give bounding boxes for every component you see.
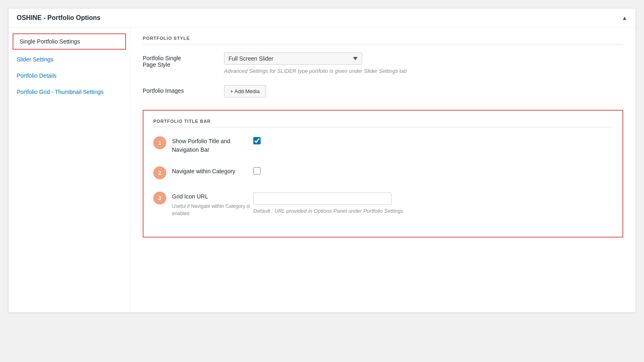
title-bar-item-3: 3 Grid Icon URL Useful if Navigate withi… xyxy=(153,191,613,217)
page-style-row: Portfolio Single Page Style Full Screen … xyxy=(143,52,623,75)
portfolio-title-bar-section: PORTFOLIO TITLE BAR 1 Show Porfolio Titl… xyxy=(143,110,623,238)
portfolio-images-row: Portfolio Images + Add Media xyxy=(143,85,623,98)
title-bar-label-2: Navigate within Category xyxy=(172,166,253,176)
title-bar-field-1 xyxy=(253,135,613,146)
sidebar-item-single-portfolio-settings[interactable]: Single Portfolio Settings xyxy=(13,33,126,50)
navigate-within-category-checkbox[interactable] xyxy=(253,167,261,174)
page-style-field: Full Screen Slider Standard Full Width S… xyxy=(224,52,623,75)
panel-header: OSHINE - Portfolio Options ▲ xyxy=(9,9,635,28)
title-bar-field-2 xyxy=(253,166,613,176)
grid-icon-url-hint: Default : URL provided in Options Panel … xyxy=(253,207,457,215)
portfolio-images-label: Portfolio Images xyxy=(143,85,224,94)
panel-body: Single Portfolio Settings Slider Setting… xyxy=(9,28,635,312)
collapse-icon[interactable]: ▲ xyxy=(622,15,627,21)
page-style-hint: Advanced Settings for SLIDER type portfo… xyxy=(224,67,427,75)
title-bar-label-1: Show Porfolio Title and Navigation Bar xyxy=(172,135,253,154)
add-media-button[interactable]: + Add Media xyxy=(224,85,266,98)
sidebar-item-portfolio-grid-thumbnail-settings[interactable]: Portfolio Grid - Thumbnail Settings xyxy=(9,84,130,100)
grid-icon-url-sublabel: Useful if Navigate within Category is en… xyxy=(172,203,253,217)
title-bar-field-3: Default : URL provided in Options Panel … xyxy=(253,191,613,215)
grid-icon-url-input[interactable] xyxy=(253,192,392,205)
portfolio-style-section: PORTFOLIO STYLE Portfolio Single Page St… xyxy=(143,36,623,98)
page-style-select[interactable]: Full Screen Slider Standard Full Width S… xyxy=(224,52,362,65)
badge-3: 3 xyxy=(153,192,166,205)
panel-title: OSHINE - Portfolio Options xyxy=(17,14,100,22)
portfolio-style-title: PORTFOLIO STYLE xyxy=(143,36,623,44)
show-title-bar-checkbox[interactable] xyxy=(253,137,261,144)
page-style-label: Portfolio Single Page Style xyxy=(143,52,224,68)
badge-1: 1 xyxy=(153,136,166,149)
sidebar-item-slider-settings[interactable]: Slider Settings xyxy=(9,51,130,68)
main-content: PORTFOLIO STYLE Portfolio Single Page St… xyxy=(131,28,635,312)
title-bar-item-1: 1 Show Porfolio Title and Navigation Bar xyxy=(153,135,613,154)
portfolio-options-panel: OSHINE - Portfolio Options ▲ Single Port… xyxy=(8,8,636,313)
sidebar: Single Portfolio Settings Slider Setting… xyxy=(9,28,131,312)
title-bar-label-3: Grid Icon URL Useful if Navigate within … xyxy=(172,191,253,217)
sidebar-item-portfolio-details[interactable]: Portfolio Details xyxy=(9,68,130,84)
badge-2: 2 xyxy=(153,166,166,179)
title-bar-item-2: 2 Navigate within Category xyxy=(153,166,613,179)
portfolio-title-bar-title: PORTFOLIO TITLE BAR xyxy=(153,119,613,127)
portfolio-images-field: + Add Media xyxy=(224,85,623,98)
